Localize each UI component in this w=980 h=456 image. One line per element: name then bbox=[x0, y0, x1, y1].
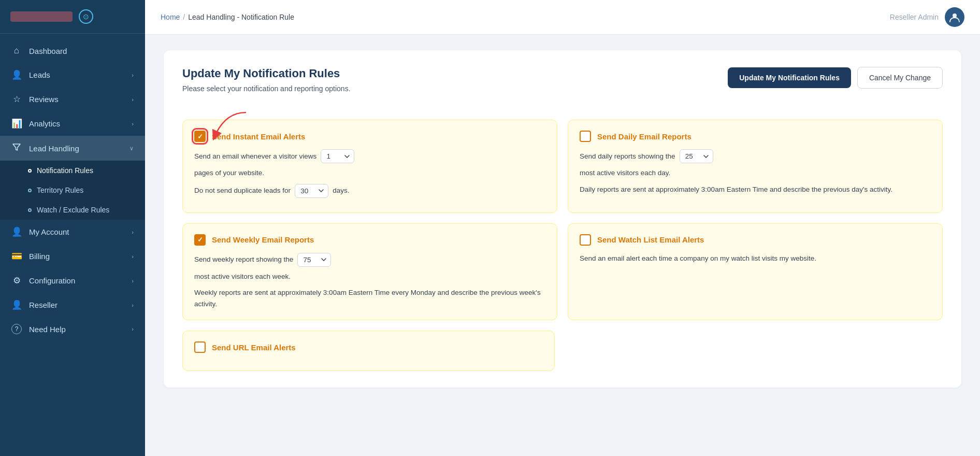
sidebar-item-configuration[interactable]: ⚙ Configuration › bbox=[0, 268, 145, 293]
daily-email-body: Send daily reports showing the 102550751… bbox=[580, 149, 931, 195]
page-card: Update My Notification Rules Please sele… bbox=[164, 50, 961, 388]
sidebar-item-billing[interactable]: 💳 Billing › bbox=[0, 244, 145, 268]
config-icon: ⚙ bbox=[11, 275, 22, 286]
billing-icon: 💳 bbox=[11, 251, 22, 262]
sidebar-item-label: Configuration bbox=[29, 276, 75, 285]
logo-icon: ⊙ bbox=[79, 9, 93, 24]
header-actions: Update My Notification Rules Cancel My C… bbox=[728, 67, 943, 89]
logo-image bbox=[10, 11, 73, 22]
instant-email-checkbox[interactable] bbox=[194, 131, 206, 142]
cancel-change-button[interactable]: Cancel My Change bbox=[857, 67, 943, 89]
dup-days-row: Do not send duplicate leads for 17143060… bbox=[194, 184, 545, 198]
sidebar-item-reseller[interactable]: 👤 Reseller › bbox=[0, 293, 145, 317]
sidebar-item-territory-rules[interactable]: Territory Rules bbox=[0, 180, 145, 200]
dup-days-select[interactable]: 1714306090 bbox=[295, 184, 328, 198]
url-email-title: Send URL Email Alerts bbox=[212, 343, 296, 352]
weekly-active-text: most active visitors each week. bbox=[194, 271, 545, 282]
sidebar: ⊙ ⌂ Dashboard 👤 Leads › ☆ Reviews › 📊 bbox=[0, 0, 145, 456]
daily-email-checkbox[interactable] bbox=[580, 131, 591, 142]
watchlist-email-title: Send Watch List Email Alerts bbox=[597, 235, 704, 244]
weekly-email-checkbox[interactable] bbox=[194, 234, 206, 246]
views-count-select[interactable]: 123510 bbox=[321, 149, 354, 163]
subnav-label: Watch / Exclude Rules bbox=[37, 206, 109, 214]
watchlist-email-body: Send an email alert each time a company … bbox=[580, 253, 931, 264]
weekly-count-select[interactable]: 10255075100 bbox=[297, 253, 331, 267]
update-notification-rules-button[interactable]: Update My Notification Rules bbox=[728, 67, 851, 88]
chevron-right-icon: › bbox=[132, 96, 134, 103]
sidebar-item-leads[interactable]: 👤 Leads › bbox=[0, 63, 145, 87]
views-count-row: Send an email whenever a visitor views 1… bbox=[194, 149, 545, 163]
breadcrumb-current: Lead Handling - Notification Rule bbox=[188, 13, 294, 21]
sidebar-item-label: My Account bbox=[29, 227, 69, 236]
rule-card-header: Send URL Email Alerts bbox=[194, 341, 543, 353]
rule-card-header: Send Weekly Email Reports bbox=[194, 234, 545, 246]
user-label: Reseller Admin bbox=[890, 13, 939, 21]
rule-card-header: Send Instant Email Alerts bbox=[194, 131, 545, 142]
subnav-label: Territory Rules bbox=[37, 186, 83, 194]
logo-area: ⊙ bbox=[0, 0, 145, 34]
chevron-right-icon: › bbox=[132, 121, 134, 127]
help-icon: ? bbox=[11, 324, 22, 334]
rule-card-daily-email: Send Daily Email Reports Send daily repo… bbox=[568, 120, 943, 213]
rule-card-url-email: Send URL Email Alerts bbox=[182, 331, 555, 371]
weekly-email-body: Send weekly report showing the 102550751… bbox=[194, 253, 545, 310]
daily-schedule-text: Daily reports are sent at approximately … bbox=[580, 184, 931, 195]
sidebar-item-dashboard[interactable]: ⌂ Dashboard bbox=[0, 39, 145, 63]
sidebar-item-label: Billing bbox=[29, 252, 50, 261]
account-icon: 👤 bbox=[11, 226, 22, 237]
sidebar-item-label: Dashboard bbox=[29, 47, 67, 55]
instant-email-body: Send an email whenever a visitor views 1… bbox=[194, 149, 545, 198]
sidebar-item-notification-rules[interactable]: Notification Rules bbox=[0, 161, 145, 180]
main-content: Home / Lead Handling - Notification Rule… bbox=[145, 0, 980, 456]
url-email-checkbox[interactable] bbox=[194, 341, 206, 353]
rule-card-watchlist-email: Send Watch List Email Alerts Send an ema… bbox=[568, 223, 943, 321]
header-left: Update My Notification Rules Please sele… bbox=[182, 67, 351, 105]
chevron-right-icon: › bbox=[132, 326, 134, 332]
sidebar-item-need-help[interactable]: ? Need Help › bbox=[0, 317, 145, 341]
topbar-right: Reseller Admin bbox=[890, 7, 964, 27]
analytics-icon: 📊 bbox=[11, 118, 22, 129]
rules-grid: Send Instant Email Alerts Send an email … bbox=[182, 120, 943, 320]
sidebar-item-label: Reseller bbox=[29, 301, 57, 309]
leads-icon: 👤 bbox=[11, 69, 22, 80]
watchlist-email-checkbox[interactable] bbox=[580, 234, 591, 246]
page-header: Update My Notification Rules Please sele… bbox=[182, 67, 943, 105]
chevron-right-icon: › bbox=[132, 253, 134, 260]
chevron-right-icon: › bbox=[132, 229, 134, 235]
avatar bbox=[945, 7, 964, 27]
breadcrumb: Home / Lead Handling - Notification Rule bbox=[161, 13, 294, 21]
rule-card-instant-email: Send Instant Email Alerts Send an email … bbox=[182, 120, 557, 213]
rule-card-weekly-email: Send Weekly Email Reports Send weekly re… bbox=[182, 223, 557, 321]
daily-email-title: Send Daily Email Reports bbox=[597, 132, 691, 141]
weekly-email-title: Send Weekly Email Reports bbox=[212, 235, 314, 244]
page-subtitle: Please select your notification and repo… bbox=[182, 84, 351, 93]
breadcrumb-home[interactable]: Home bbox=[161, 13, 180, 21]
annotation-arrow bbox=[210, 110, 251, 141]
dot-icon bbox=[28, 169, 32, 173]
content-area: Update My Notification Rules Please sele… bbox=[145, 35, 980, 456]
dot-icon bbox=[28, 189, 32, 192]
chevron-down-icon: ∨ bbox=[129, 145, 134, 152]
daily-count-row: Send daily reports showing the 102550751… bbox=[580, 149, 931, 163]
sidebar-item-label: Lead Handling bbox=[29, 144, 79, 153]
page-title: Update My Notification Rules bbox=[182, 67, 351, 80]
dot-icon bbox=[28, 208, 32, 212]
reseller-icon: 👤 bbox=[11, 300, 22, 310]
sidebar-item-reviews[interactable]: ☆ Reviews › bbox=[0, 87, 145, 111]
sidebar-item-label: Reviews bbox=[29, 95, 59, 104]
topbar: Home / Lead Handling - Notification Rule… bbox=[145, 0, 980, 35]
sidebar-item-my-account[interactable]: 👤 My Account › bbox=[0, 220, 145, 244]
sidebar-item-analytics[interactable]: 📊 Analytics › bbox=[0, 111, 145, 136]
watchlist-desc-text: Send an email alert each time a company … bbox=[580, 253, 931, 264]
subnav-label: Notification Rules bbox=[37, 166, 93, 175]
dashboard-icon: ⌂ bbox=[11, 46, 22, 56]
sidebar-item-label: Analytics bbox=[29, 119, 60, 128]
bottom-rules: Send URL Email Alerts bbox=[182, 331, 943, 371]
chevron-right-icon: › bbox=[132, 72, 134, 78]
sidebar-item-watch-exclude-rules[interactable]: Watch / Exclude Rules bbox=[0, 200, 145, 220]
sidebar-item-lead-handling[interactable]: Lead Handling ∨ bbox=[0, 136, 145, 161]
weekly-count-row: Send weekly report showing the 102550751… bbox=[194, 253, 545, 267]
chevron-right-icon: › bbox=[132, 278, 134, 284]
daily-count-select[interactable]: 10255075100 bbox=[680, 149, 713, 163]
rule-card-header: Send Watch List Email Alerts bbox=[580, 234, 931, 246]
